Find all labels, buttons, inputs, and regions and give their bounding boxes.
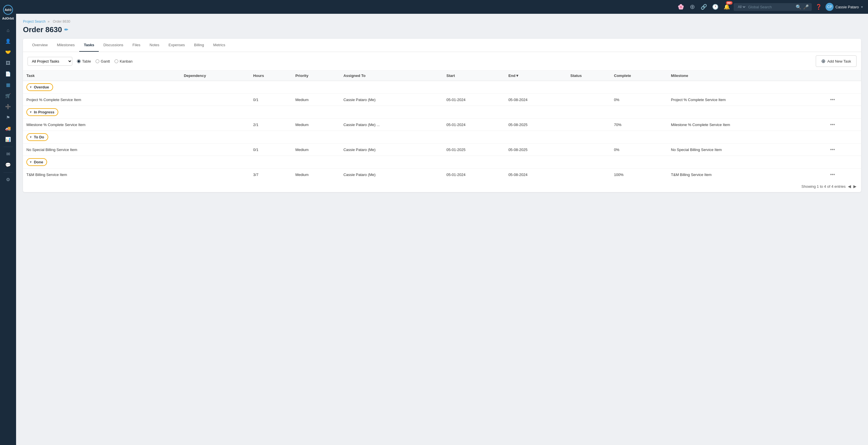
truck-icon[interactable]: 🚚	[2, 123, 14, 134]
task-hours: 3/7	[250, 169, 292, 181]
table-row: T&M Billing Service Item 3/7 Medium Cass…	[23, 169, 861, 181]
task-status	[567, 94, 611, 106]
chat-icon[interactable]: 💬	[2, 160, 14, 170]
document-icon[interactable]: 📄	[2, 69, 14, 79]
breadcrumb-current: Order 8630	[53, 20, 70, 24]
search-input[interactable]	[748, 5, 794, 9]
view-table-radio[interactable]	[77, 59, 81, 63]
view-kanban-radio[interactable]	[115, 59, 118, 63]
cart-icon[interactable]: 🛒	[2, 91, 14, 101]
edit-title-icon[interactable]: ✏	[64, 27, 68, 32]
group-done-arrow: ▼	[29, 160, 32, 164]
next-page-button[interactable]: ▶	[854, 184, 857, 189]
handshake-icon[interactable]: 🤝	[2, 47, 14, 57]
task-complete: 100%	[611, 169, 668, 181]
view-table-label: Table	[82, 59, 91, 63]
col-status: Status	[567, 70, 611, 81]
tab-notes[interactable]: Notes	[145, 39, 164, 52]
settings-icon[interactable]: ⚙	[2, 175, 14, 185]
task-status	[567, 169, 611, 181]
row-more-button[interactable]: •••	[828, 121, 837, 128]
add-new-task-button[interactable]: ⊕ Add New Task	[816, 55, 857, 67]
view-gantt-radio[interactable]	[96, 59, 99, 63]
col-start: Start	[443, 70, 505, 81]
task-priority: Medium	[292, 119, 340, 131]
view-options: Table Gantt Kanban	[77, 59, 133, 63]
sidebar: Ad⊙ AdOrbit ⌂ 👤 🤝 🖼 📄 ▦ 🛒 ➕ ⚑ 🚚 📊 ✉ 💬 ⚙	[0, 0, 16, 445]
add-icon[interactable]: ⊕	[688, 2, 697, 11]
clock-icon[interactable]: 🕐	[711, 2, 720, 11]
task-end: 05-08-2024	[505, 94, 567, 106]
view-kanban-label: Kanban	[120, 59, 133, 63]
chart-icon[interactable]: 📊	[2, 135, 14, 145]
tab-overview[interactable]: Overview	[28, 39, 52, 52]
group-todo-label: To Do	[34, 135, 44, 139]
tab-files[interactable]: Files	[128, 39, 145, 52]
col-end[interactable]: End▼	[505, 70, 567, 81]
plus-box-icon[interactable]: ➕	[2, 101, 14, 112]
link-icon[interactable]: 🔗	[699, 2, 708, 11]
app-logo: Ad⊙ AdOrbit	[1, 2, 15, 25]
user-menu[interactable]: CP Cassie Pataro ▼	[826, 3, 863, 11]
flag-icon[interactable]: ⚑	[2, 113, 14, 123]
task-end: 05-08-2024	[505, 169, 567, 181]
tasks-table: Task Dependency Hours Priority Assigned …	[23, 70, 861, 181]
avatar: CP	[826, 3, 834, 11]
tab-tasks[interactable]: Tasks	[79, 39, 99, 52]
view-gantt-option[interactable]: Gantt	[96, 59, 110, 63]
tab-discussions[interactable]: Discussions	[99, 39, 128, 52]
mail-icon[interactable]: ✉	[2, 149, 14, 159]
task-milestone: T&M Billing Service Item	[668, 169, 825, 181]
breadcrumb-parent[interactable]: Project Search	[23, 20, 45, 24]
users-icon[interactable]: 👤	[2, 36, 14, 47]
svg-text:Ad⊙: Ad⊙	[5, 8, 11, 11]
group-overdue-label: Overdue	[34, 85, 49, 89]
group-done-badge[interactable]: ▼ Done	[26, 158, 47, 166]
view-table-option[interactable]: Table	[77, 59, 91, 63]
group-inprogress-label: In Progress	[34, 110, 55, 114]
search-filter-select[interactable]: All	[737, 5, 746, 9]
emoji-icon[interactable]: 🌸	[676, 2, 685, 11]
row-more-button[interactable]: •••	[828, 146, 837, 153]
task-start: 05-01-2024	[443, 94, 505, 106]
col-milestone: Milestone	[668, 70, 825, 81]
grid-icon[interactable]: ▦	[2, 80, 14, 90]
help-icon[interactable]: ❓	[814, 2, 823, 11]
task-hours: 2/1	[250, 119, 292, 131]
task-name: Milestone % Complete Service Item	[23, 119, 180, 131]
page-title-container: Order 8630 ✏	[23, 25, 861, 34]
tab-billing[interactable]: Billing	[189, 39, 209, 52]
view-kanban-option[interactable]: Kanban	[115, 59, 133, 63]
col-priority: Priority	[292, 70, 340, 81]
showing-entries: Showing 1 to 4 of 4 entries	[801, 184, 846, 189]
table-row: Project % Complete Service Item 0/1 Medi…	[23, 94, 861, 106]
group-done-label: Done	[34, 160, 43, 164]
home-icon[interactable]: ⌂	[2, 25, 14, 36]
group-overdue-header: ▼ Overdue	[23, 81, 861, 94]
breadcrumb-separator: »	[48, 20, 50, 24]
image-icon[interactable]: 🖼	[2, 58, 14, 68]
group-overdue-badge[interactable]: ▼ Overdue	[26, 83, 53, 91]
row-more-button[interactable]: •••	[828, 96, 837, 103]
task-dependency	[180, 144, 250, 156]
tab-milestones[interactable]: Milestones	[52, 39, 79, 52]
task-milestone: No Special Billing Service Item	[668, 144, 825, 156]
tab-expenses[interactable]: Expenses	[164, 39, 189, 52]
task-end: 05-08-2025	[505, 144, 567, 156]
task-start: 05-01-2024	[443, 169, 505, 181]
main-content: 🌸 ⊕ 🔗 🕐 🔔 99+ All 🔍 🎤 ❓ CP Cassie Pataro…	[16, 0, 868, 445]
row-more-button[interactable]: •••	[828, 171, 837, 178]
tab-metrics[interactable]: Metrics	[209, 39, 230, 52]
group-todo-badge[interactable]: ▼ To Do	[26, 133, 48, 141]
notification-button[interactable]: 🔔 99+	[722, 2, 732, 11]
add-task-label: Add New Task	[827, 59, 851, 63]
table-row: No Special Billing Service Item 0/1 Medi…	[23, 144, 861, 156]
task-milestone: Milestone % Complete Service Item	[668, 119, 825, 131]
task-dependency	[180, 169, 250, 181]
task-assigned: Cassie Pataro (Me) ...	[340, 119, 443, 131]
group-inprogress-badge[interactable]: ▼ In Progress	[26, 108, 58, 116]
task-dependency	[180, 94, 250, 106]
filter-select[interactable]: All Project Tasks My Tasks Overdue Tasks	[28, 57, 72, 66]
col-hours: Hours	[250, 70, 292, 81]
prev-page-button[interactable]: ◀	[848, 184, 851, 189]
